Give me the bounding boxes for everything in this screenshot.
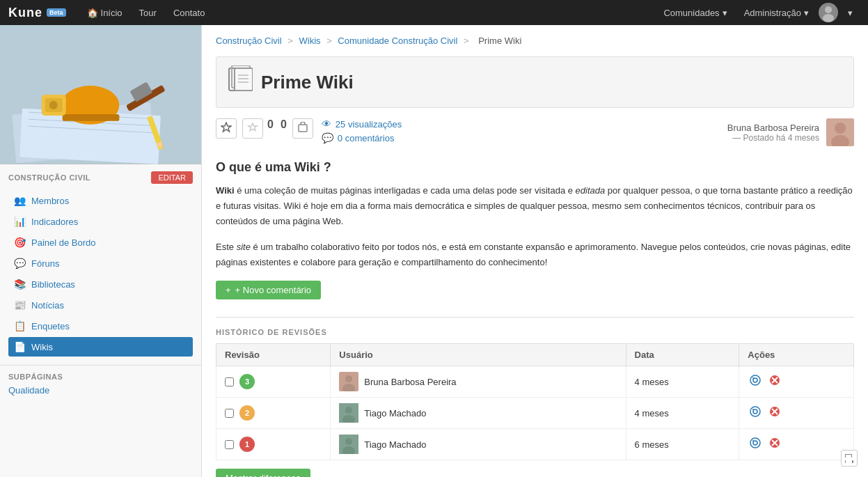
svg-point-49 xyxy=(753,441,757,445)
wiki-section-title: O que é uma Wiki ? xyxy=(216,160,854,175)
delete-revision-button[interactable] xyxy=(767,404,782,422)
user-name: Tiago Machado xyxy=(364,439,426,450)
meta-stats: 👁 25 visualizações 💬 0 comentários xyxy=(322,118,402,143)
revision-badge: 3 xyxy=(239,374,255,389)
user-name: Bruna Barbosa Pereira xyxy=(364,377,456,387)
date-cell: 4 meses xyxy=(626,398,739,429)
comments-stat: 💬 0 comentários xyxy=(322,132,402,143)
share-button[interactable] xyxy=(292,118,313,139)
th-usuário: Usuário xyxy=(331,344,626,366)
user-avatar xyxy=(339,403,358,423)
view-revision-button[interactable] xyxy=(748,435,763,453)
table-header: RevisãoUsuárioDataAções xyxy=(216,344,854,366)
sidebar-sub-item-qualidade[interactable]: Qualidade xyxy=(8,385,49,396)
menu-icon: 📚 xyxy=(14,279,26,290)
author-avatar xyxy=(826,118,854,146)
sidebar-item-notícias[interactable]: 📰Notícias xyxy=(8,295,193,315)
user-menu-dropdown[interactable]: ▾ xyxy=(841,3,860,22)
revision-cell: 3 xyxy=(216,366,331,398)
new-comment-button[interactable]: + + Novo comentário xyxy=(216,281,321,299)
layout: CONSTRUÇÃO CIVIL EDITAR 👥Membros📊Indicad… xyxy=(0,25,868,477)
sidebar-sub-title: SUBPÁGINAS xyxy=(8,373,193,381)
star-button[interactable] xyxy=(242,118,263,139)
sidebar-menu: 👥Membros📊Indicadores🎯Painel de Bordo💬Fór… xyxy=(8,191,193,357)
revision-badge: 1 xyxy=(239,437,255,452)
history-section: HISTÓRICO DE REVISÕES RevisãoUsuárioData… xyxy=(216,317,854,477)
author-info: Bruna Barbosa Pereira — Postado há 4 mes… xyxy=(727,123,819,143)
views-stat: 👁 25 visualizações xyxy=(322,118,402,130)
breadcrumb-item-0[interactable]: Construção Civil xyxy=(216,36,282,46)
sidebar-sub-section: SUBPÁGINAS Qualidade xyxy=(0,366,201,402)
nav-home[interactable]: 🏠 Início xyxy=(80,3,129,22)
meta-actions xyxy=(216,118,263,139)
table-row: 1 Tiago Machado 6 meses xyxy=(216,429,854,460)
revision-checkbox[interactable] xyxy=(225,377,234,386)
history-body: 3 Bruna Barbosa Pereira 4 meses xyxy=(216,366,854,460)
menu-icon: 📊 xyxy=(14,216,26,227)
revision-checkbox[interactable] xyxy=(225,440,234,449)
table-row: 3 Bruna Barbosa Pereira 4 meses xyxy=(216,366,854,398)
construction-illustration xyxy=(0,25,201,164)
th-data: Data xyxy=(626,344,739,366)
comment-icon: 💬 xyxy=(322,132,333,143)
main-content: Construção Civil > Wikis > Comunidade Co… xyxy=(202,25,868,477)
admin-dropdown[interactable]: Administração ▾ xyxy=(737,3,816,22)
history-title: HISTÓRICO DE REVISÕES xyxy=(216,328,854,336)
sidebar-item-bibliotecas[interactable]: 📚Bibliotecas xyxy=(8,274,193,294)
svg-point-0 xyxy=(825,6,832,13)
date-cell: 6 meses xyxy=(626,429,739,460)
thumbs-up-button[interactable] xyxy=(216,118,237,139)
svg-point-41 xyxy=(752,409,754,410)
chevron-down-icon: ▾ xyxy=(804,8,809,18)
sidebar-section-title: CONSTRUÇÃO CIVIL xyxy=(8,173,90,182)
user-cell: Bruna Barbosa Pereira xyxy=(331,366,626,398)
downvote-count: 0 xyxy=(281,118,287,131)
svg-point-30 xyxy=(750,375,760,385)
nav-links: 🏠 Início Tour Contato xyxy=(80,3,657,22)
svg-rect-23 xyxy=(299,125,307,132)
delete-revision-button[interactable] xyxy=(767,435,782,453)
user-avatar[interactable] xyxy=(819,3,838,22)
sidebar-item-indicadores[interactable]: 📊Indicadores xyxy=(8,212,193,231)
sidebar-item-wikis[interactable]: 📄Wikis xyxy=(8,337,193,357)
th-revisão: Revisão xyxy=(216,344,331,366)
app-name: Kune xyxy=(8,6,42,20)
nav-contact[interactable]: Contato xyxy=(166,3,212,22)
breadcrumb-current: Prime Wiki xyxy=(478,36,521,46)
top-nav: Kune Beta 🏠 Início Tour Contato Comunida… xyxy=(0,0,868,25)
chevron-down-icon: ▾ xyxy=(723,8,727,18)
sidebar-item-fóruns[interactable]: 💬Fóruns xyxy=(8,253,193,273)
svg-point-1 xyxy=(823,14,834,22)
th-ações: Ações xyxy=(739,344,854,366)
revision-cell: 1 xyxy=(216,429,331,460)
wiki-content-p2: Este site é um trabalho colaborativo fei… xyxy=(216,240,854,270)
wiki-pages-icon xyxy=(228,65,253,99)
user-cell: Tiago Machado xyxy=(331,429,626,460)
breadcrumb-item-2[interactable]: Comunidade Construção Civil xyxy=(338,36,457,46)
eye-icon: 👁 xyxy=(322,118,331,130)
user-name: Tiago Machado xyxy=(364,408,426,419)
show-diff-button[interactable]: Mostrar diferenças xyxy=(216,469,310,477)
edit-button[interactable]: EDITAR xyxy=(151,171,193,184)
svg-point-50 xyxy=(752,440,754,441)
sidebar-item-painel-de-bordo[interactable]: 🎯Painel de Bordo xyxy=(8,233,193,252)
vote-section: 0 0 xyxy=(267,118,287,131)
sidebar-sub-items: Qualidade xyxy=(8,385,193,396)
svg-point-37 xyxy=(345,407,352,414)
brand: Kune Beta xyxy=(8,6,66,20)
sidebar-item-enquetes[interactable]: 📋Enquetes xyxy=(8,316,193,336)
sidebar-community-section: CONSTRUÇÃO CIVIL EDITAR 👥Membros📊Indicad… xyxy=(0,164,201,366)
breadcrumb-item-1[interactable]: Wikis xyxy=(299,36,320,46)
sidebar-item-membros[interactable]: 👥Membros xyxy=(8,191,193,210)
wiki-content-p1: Wiki é uma coleção de muitas páginas int… xyxy=(216,183,854,229)
view-revision-button[interactable] xyxy=(748,404,763,422)
svg-point-39 xyxy=(750,407,760,416)
sidebar-hero-image xyxy=(0,25,201,164)
revision-checkbox[interactable] xyxy=(225,409,234,418)
delete-revision-button[interactable] xyxy=(767,373,782,391)
communities-dropdown[interactable]: Comunidades ▾ xyxy=(656,3,734,22)
view-revision-button[interactable] xyxy=(748,373,763,391)
expand-icon[interactable] xyxy=(841,450,858,467)
upvote-count: 0 xyxy=(267,118,274,131)
nav-tour[interactable]: Tour xyxy=(132,3,164,22)
